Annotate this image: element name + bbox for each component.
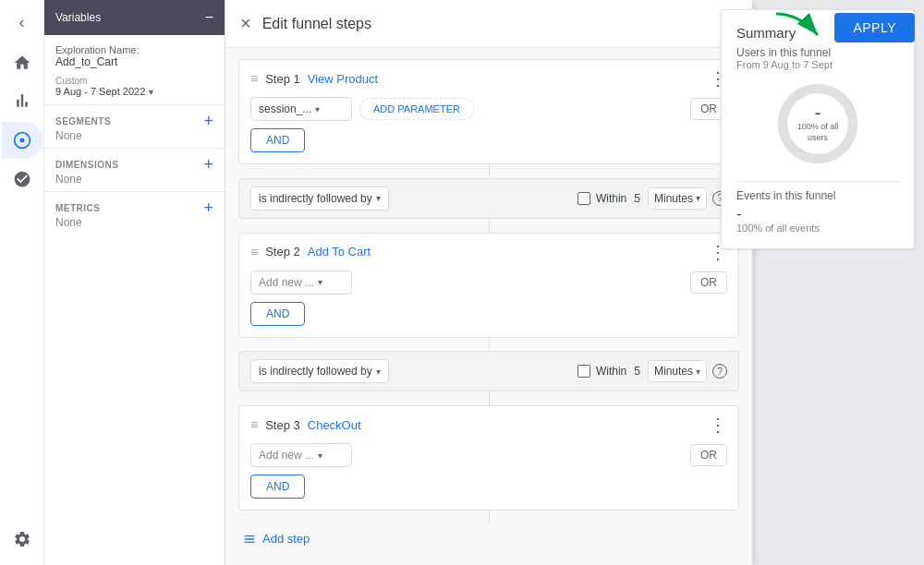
step-1-name: View Product bbox=[308, 72, 378, 86]
dimensions-value: None bbox=[55, 173, 213, 186]
summary-pct-events: 100% of all events bbox=[736, 222, 899, 234]
summary-date-range: From 9 Aug to 7 Sept bbox=[736, 59, 899, 70]
back-button[interactable]: ‹ bbox=[6, 6, 39, 39]
donut-label: - 100% of all users bbox=[795, 103, 841, 143]
step-2-add-new-select[interactable]: Add new ... ▾ bbox=[250, 270, 352, 295]
within-1-num: 5 bbox=[634, 192, 640, 205]
add-step-label: Add step bbox=[262, 532, 310, 546]
exploration-name-label: Exploration Name: bbox=[55, 44, 213, 55]
modal-title: Edit funnel steps bbox=[262, 16, 371, 32]
step-3-label: Step 3 bbox=[265, 418, 300, 432]
main-nav: ‹ bbox=[0, 0, 44, 565]
step-2-chevron: ▾ bbox=[318, 277, 322, 287]
step-1-param-select[interactable]: session_... ▾ bbox=[250, 97, 352, 121]
variables-title: Variables bbox=[55, 11, 101, 24]
step-3-more-icon[interactable]: ⋮ bbox=[709, 415, 727, 434]
date-custom-label: Custom bbox=[55, 76, 213, 86]
add-parameter-button[interactable]: ADD PARAMETER bbox=[359, 98, 474, 120]
step-3-drag-icon: ≡ bbox=[250, 417, 258, 432]
metrics-add[interactable]: + bbox=[203, 199, 213, 216]
step-2-card: ≡ Step 2 Add To Cart ⋮ Add new ... ▾ OR bbox=[238, 233, 739, 338]
within-1-label: Within bbox=[596, 192, 626, 205]
minutes-1-select[interactable]: Minutes ▾ bbox=[648, 187, 707, 210]
metrics-section: METRICS + None bbox=[44, 192, 225, 234]
dimensions-add[interactable]: + bbox=[203, 156, 213, 173]
step-2-name: Add To Cart bbox=[308, 245, 371, 258]
dimensions-label: DIMENSIONS bbox=[55, 160, 118, 170]
help-2-icon[interactable]: ? bbox=[712, 364, 727, 379]
modal-close-button[interactable]: × bbox=[240, 13, 251, 34]
step-1-label: Step 1 bbox=[265, 72, 300, 86]
nav-configure-icon[interactable] bbox=[2, 521, 43, 558]
exploration-name-value: Add_to_Cart bbox=[55, 55, 213, 68]
between-1-chevron: ▾ bbox=[376, 193, 381, 203]
connector-3 bbox=[489, 338, 490, 352]
variables-panel: Variables − Exploration Name: Add_to_Car… bbox=[44, 0, 225, 565]
segments-section: SEGMENTS + None bbox=[44, 105, 225, 148]
apply-button[interactable]: APPLY bbox=[834, 13, 915, 42]
collapse-icon[interactable]: − bbox=[205, 9, 213, 26]
metrics-label: METRICS bbox=[55, 203, 101, 213]
step-2-drag-icon: ≡ bbox=[250, 245, 258, 259]
add-step-button[interactable]: Add step bbox=[238, 524, 739, 554]
date-value: 9 Aug - 7 Sept 2022 bbox=[55, 86, 145, 97]
donut-dash: - bbox=[795, 103, 841, 122]
metrics-value: None bbox=[55, 216, 213, 229]
within-2-label: Within bbox=[596, 365, 626, 378]
modal-body: ≡ Step 1 View Product ⋮ session_... ▾ AD… bbox=[225, 48, 752, 565]
svg-point-1 bbox=[19, 138, 24, 143]
connector-4 bbox=[489, 391, 490, 405]
step-1-drag-icon: ≡ bbox=[250, 71, 258, 86]
segments-label: SEGMENTS bbox=[55, 116, 111, 126]
between-row-1: is indirectly followed by ▾ Within 5 Min… bbox=[238, 178, 739, 219]
step-1-param-chevron: ▾ bbox=[315, 104, 320, 114]
step-1-and-button[interactable]: AND bbox=[250, 128, 305, 152]
step-2-content: Add new ... ▾ OR AND bbox=[239, 270, 738, 337]
summary-events-label: Events in this funnel bbox=[736, 189, 899, 202]
step-2-and-button[interactable]: AND bbox=[250, 302, 305, 326]
donut-chart: - 100% of all users bbox=[736, 78, 899, 170]
within-2-num: 5 bbox=[634, 365, 640, 378]
step-3-content: Add new ... ▾ OR AND bbox=[239, 443, 738, 510]
step-1-card: ≡ Step 1 View Product ⋮ session_... ▾ AD… bbox=[238, 59, 739, 164]
nav-home-icon[interactable] bbox=[2, 44, 43, 81]
variables-header: Variables − bbox=[44, 0, 225, 35]
within-2-checkbox[interactable] bbox=[578, 365, 590, 378]
step-1-content: session_... ▾ ADD PARAMETER OR AND bbox=[239, 97, 738, 163]
nav-advertising-icon[interactable] bbox=[2, 161, 43, 198]
modal-header: × Edit funnel steps bbox=[225, 0, 752, 48]
step-2-label: Step 2 bbox=[265, 245, 300, 258]
connector-1 bbox=[489, 164, 490, 178]
between-2-chevron: ▾ bbox=[376, 367, 381, 377]
between-2-select[interactable]: is indirectly followed by ▾ bbox=[250, 359, 389, 383]
segments-value: None bbox=[55, 129, 213, 142]
dimensions-section: DIMENSIONS + None bbox=[44, 149, 225, 191]
step-3-and-button[interactable]: AND bbox=[250, 475, 305, 499]
modal-area: APPLY × Edit funnel steps ≡ Step 1 View … bbox=[225, 0, 924, 565]
date-chevron[interactable]: ▾ bbox=[149, 87, 153, 97]
exploration-name-section: Exploration Name: Add_to_Cart bbox=[44, 35, 225, 74]
step-2-or-button[interactable]: OR bbox=[690, 271, 727, 294]
minutes-2-select[interactable]: Minutes ▾ bbox=[648, 360, 707, 382]
nav-reports-icon[interactable] bbox=[2, 83, 43, 120]
edit-funnel-modal: × Edit funnel steps ≡ Step 1 View Produc… bbox=[225, 0, 752, 565]
step-1-header: ≡ Step 1 View Product ⋮ bbox=[239, 60, 738, 97]
step-3-card: ≡ Step 3 CheckOut ⋮ Add new ... ▾ OR bbox=[238, 405, 739, 511]
step-3-or-button[interactable]: OR bbox=[690, 444, 727, 466]
step-3-header: ≡ Step 3 CheckOut ⋮ bbox=[239, 406, 738, 443]
between-row-2: is indirectly followed by ▾ Within 5 Min… bbox=[238, 351, 739, 391]
connector-5 bbox=[489, 511, 490, 524]
connector-2 bbox=[489, 219, 490, 233]
segments-add[interactable]: + bbox=[203, 113, 213, 129]
nav-explore-icon[interactable] bbox=[2, 122, 43, 159]
summary-users-label: Users in this funnel bbox=[736, 46, 899, 59]
within-1-checkbox[interactable] bbox=[578, 192, 590, 205]
between-1-select[interactable]: is indirectly followed by ▾ bbox=[250, 186, 389, 210]
summary-events-dash: - bbox=[736, 206, 899, 222]
green-arrow-annotation bbox=[772, 9, 827, 46]
step-3-chevron: ▾ bbox=[318, 451, 322, 461]
step-3-name: CheckOut bbox=[308, 418, 361, 432]
donut-pct-users: 100% of all users bbox=[795, 122, 841, 143]
step-2-header: ≡ Step 2 Add To Cart ⋮ bbox=[239, 234, 738, 270]
step-3-add-new-select[interactable]: Add new ... ▾ bbox=[250, 443, 352, 467]
